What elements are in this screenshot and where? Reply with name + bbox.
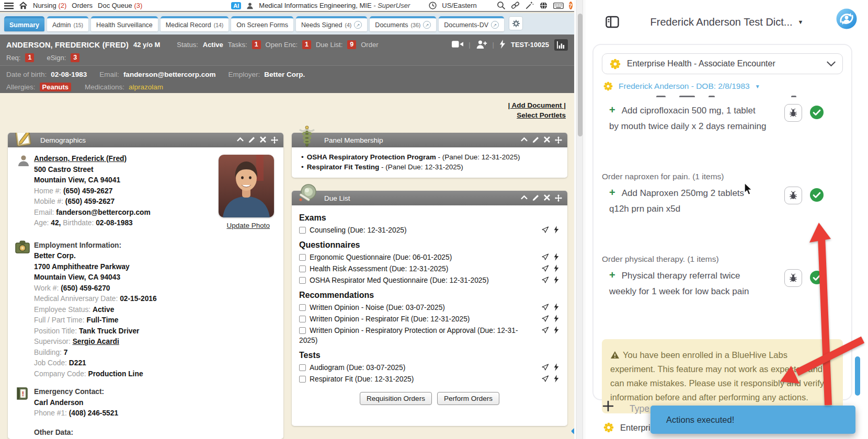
- select-portlets-link[interactable]: Select Portlets: [517, 111, 566, 119]
- move-icon[interactable]: [271, 136, 278, 144]
- lightning-icon[interactable]: [554, 264, 559, 272]
- lightning-icon[interactable]: [554, 276, 559, 284]
- checkbox[interactable]: [299, 327, 306, 334]
- medication-value[interactable]: alprazolam: [129, 83, 163, 91]
- checkbox[interactable]: [299, 304, 306, 311]
- due-list-count-badge[interactable]: 9: [347, 40, 356, 49]
- magic-wand-icon[interactable]: [525, 1, 534, 10]
- tab-documents[interactable]: Documents(36)↗: [370, 16, 436, 31]
- chart-stats-button[interactable]: [554, 39, 568, 51]
- portlet-header[interactable]: Panel Membership: [292, 133, 567, 147]
- lightning-icon[interactable]: [554, 226, 559, 234]
- tab-health-surveillance[interactable]: Health Surveillance: [91, 16, 158, 31]
- video-camera-icon[interactable]: [452, 40, 463, 50]
- add-person-icon[interactable]: [476, 40, 487, 50]
- search-icon[interactable]: [497, 1, 506, 10]
- tab-on-screen-forms[interactable]: On Screen Forms: [231, 16, 293, 31]
- collapse-icon[interactable]: [521, 194, 528, 200]
- send-icon[interactable]: [541, 264, 549, 272]
- checkbox[interactable]: [299, 376, 306, 383]
- send-icon[interactable]: [541, 363, 549, 371]
- email-value: fanderson@bettercorp.com: [123, 71, 216, 78]
- tab-settings-button[interactable]: [509, 16, 523, 30]
- close-icon[interactable]: [260, 136, 266, 143]
- open-enc-count-badge[interactable]: 1: [302, 40, 311, 49]
- collapse-icon[interactable]: [237, 136, 244, 142]
- tab-summary[interactable]: Summary: [4, 16, 44, 31]
- globe-icon[interactable]: [539, 1, 548, 10]
- send-icon[interactable]: [541, 375, 549, 383]
- patient-name-link[interactable]: Anderson, Frederick (Fred): [34, 155, 127, 163]
- lightning-icon[interactable]: [554, 363, 559, 371]
- panel-scrollbar-thumb[interactable]: [855, 356, 860, 396]
- allergy-badge[interactable]: Peanuts: [40, 83, 72, 91]
- patient-context[interactable]: Frederick Anderson - DOB: 2/8/1983 ▼: [603, 80, 843, 93]
- lightning-icon[interactable]: [554, 315, 559, 322]
- lightning-icon[interactable]: [554, 326, 559, 334]
- nav-doc-queue[interactable]: Doc Queue (3): [98, 2, 142, 9]
- keyboard-icon[interactable]: [553, 2, 564, 9]
- close-icon[interactable]: [544, 194, 550, 201]
- lightning-icon[interactable]: [554, 303, 559, 311]
- edit-pencil-icon[interactable]: [532, 194, 539, 201]
- hamburger-menu-icon[interactable]: [4, 2, 14, 9]
- tab-needs-signed[interactable]: Needs Signed(4)↗: [296, 16, 367, 31]
- supervisor-link[interactable]: Sergio Acardi: [73, 338, 119, 345]
- lightning-icon[interactable]: [499, 40, 506, 50]
- encounter-select[interactable]: Enterprise Health - Associate Encounter: [602, 53, 843, 74]
- perform-orders-button[interactable]: Perform Orders: [437, 392, 499, 405]
- close-icon[interactable]: [544, 136, 550, 143]
- home-icon[interactable]: [19, 2, 28, 9]
- message-input[interactable]: Type: [630, 403, 649, 414]
- checkbox[interactable]: [299, 364, 306, 371]
- tasks-count-badge[interactable]: 1: [252, 40, 261, 49]
- order-link[interactable]: Order: [361, 41, 378, 49]
- checkbox[interactable]: [299, 316, 306, 322]
- timezone-label[interactable]: US/Eastern: [442, 2, 476, 9]
- requisition-orders-button[interactable]: Requisition Orders: [360, 392, 432, 405]
- checkbox[interactable]: [299, 265, 306, 272]
- send-icon[interactable]: [541, 276, 549, 284]
- tab-documents-dv[interactable]: Documents-DV↗: [439, 16, 504, 31]
- order-item: +Physical therapy referral twice weekly …: [602, 267, 843, 331]
- tab-admin[interactable]: Admin(15): [47, 16, 88, 31]
- add-attachment-icon[interactable]: [602, 400, 614, 414]
- debug-button[interactable]: [784, 269, 802, 287]
- ai-badge[interactable]: AI: [231, 2, 241, 9]
- edit-pencil-icon[interactable]: [532, 136, 539, 143]
- bluehive-logo[interactable]: [836, 8, 858, 32]
- scrollbar-track[interactable]: [576, 0, 583, 439]
- checkbox[interactable]: [299, 277, 306, 284]
- collapse-icon[interactable]: [521, 136, 528, 142]
- debug-button[interactable]: [784, 104, 802, 122]
- esign-count-badge[interactable]: 3: [71, 53, 79, 62]
- send-icon[interactable]: [541, 226, 549, 234]
- nav-nursing[interactable]: Nursing (2): [33, 2, 66, 9]
- move-icon[interactable]: [555, 136, 562, 144]
- link-icon[interactable]: [511, 1, 520, 10]
- send-icon[interactable]: [541, 315, 549, 322]
- portlet-header[interactable]: Due List: [292, 191, 567, 205]
- tab-medical-record[interactable]: Medical Record(14): [161, 16, 229, 31]
- debug-button[interactable]: [784, 187, 802, 204]
- send-icon[interactable]: [541, 303, 549, 311]
- portlet-header[interactable]: Demographics: [8, 133, 283, 147]
- edit-pencil-icon[interactable]: [248, 136, 255, 143]
- send-icon[interactable]: [541, 253, 549, 261]
- session-title[interactable]: Frederick Anderson Test Dict...: [650, 16, 793, 28]
- send-icon[interactable]: [541, 326, 549, 334]
- panel-item: OSHA Respiratory Protection Program - (P…: [299, 152, 560, 162]
- patient-name[interactable]: ANDERSON, FREDERICK (FRED): [6, 41, 129, 49]
- help-icon[interactable]: ?: [569, 2, 573, 9]
- move-icon[interactable]: [555, 194, 562, 202]
- lightning-icon[interactable]: [554, 375, 559, 383]
- lightning-icon[interactable]: [554, 253, 559, 261]
- scrollbar-thumb[interactable]: [578, 14, 583, 136]
- checkbox[interactable]: [299, 254, 306, 261]
- dropdown-caret-icon[interactable]: ▼: [798, 19, 804, 25]
- checkbox[interactable]: [299, 227, 306, 234]
- req-count-badge[interactable]: 1: [25, 53, 34, 62]
- employment-section: Employment Information: Better Corp. 170…: [16, 240, 275, 380]
- nav-orders[interactable]: Orders: [72, 2, 93, 9]
- add-document-link[interactable]: | Add Document |: [508, 101, 566, 109]
